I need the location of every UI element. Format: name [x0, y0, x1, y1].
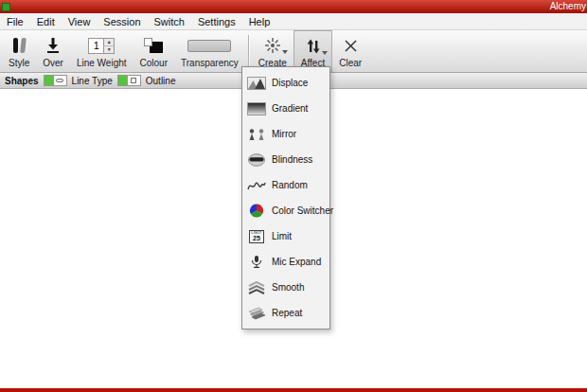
style-button[interactable]: Style: [2, 30, 36, 72]
gradient-icon: [247, 101, 266, 116]
line-shape-icon: [54, 76, 66, 85]
toggle-on-indicator: [118, 76, 128, 85]
toolbar-separator: [248, 35, 249, 67]
line-weight-down-button[interactable]: ▼: [104, 46, 114, 53]
menu-help[interactable]: Help: [242, 13, 277, 29]
create-sun-icon: [264, 36, 281, 55]
style-bars-icon: [13, 36, 26, 55]
affect-menu-item-color-switcher[interactable]: Color Switcher: [242, 198, 329, 223]
line-weight-spinner[interactable]: 1 ▲ ▼: [88, 38, 115, 54]
menu-item-label: Random: [272, 180, 308, 190]
affect-menu-item-blindness[interactable]: Blindness: [242, 147, 329, 172]
outline-label: Outline: [146, 76, 176, 86]
menu-session[interactable]: Session: [97, 13, 147, 29]
smooth-icon: [247, 280, 266, 294]
menu-item-label: Blindness: [272, 154, 312, 165]
menu-item-label: Mic Expand: [272, 257, 321, 267]
create-dropdown-arrow-icon: [282, 50, 288, 54]
title-bar: Alchemy: [0, 0, 587, 13]
toggle-on-indicator: [44, 76, 54, 85]
clear-button[interactable]: Clear: [332, 30, 368, 72]
style-label: Style: [9, 58, 29, 68]
colour-swatch-icon: [144, 36, 163, 55]
affect-arrows-icon: [306, 37, 321, 56]
affect-menu-item-mirror[interactable]: Mirror: [242, 121, 329, 147]
displace-icon: [247, 76, 266, 90]
affect-menu-item-random[interactable]: Random: [242, 172, 329, 198]
affect-menu-item-limit[interactable]: LIMIT 25 Limit: [242, 223, 329, 249]
affect-menu-item-displace[interactable]: Displace: [242, 70, 329, 96]
colour-button[interactable]: Colour: [133, 30, 174, 72]
limit-icon: LIMIT 25: [247, 229, 266, 243]
affect-menu-item-smooth[interactable]: Smooth: [242, 275, 329, 300]
line-weight-label: Line Weight: [77, 58, 127, 68]
clear-x-icon: [344, 36, 358, 55]
menu-settings[interactable]: Settings: [191, 13, 242, 29]
clear-label: Clear: [339, 58, 362, 68]
alchemy-window: Alchemy File Edit View Session Switch Se…: [0, 0, 587, 392]
shapes-toggle[interactable]: [44, 75, 67, 86]
affect-menu-item-gradient[interactable]: Gradient: [242, 96, 329, 121]
menu-switch[interactable]: Switch: [148, 13, 191, 29]
color-switcher-icon: [247, 204, 266, 218]
transparency-control[interactable]: Transparency: [174, 30, 245, 72]
menu-bar: File Edit View Session Switch Settings H…: [0, 13, 587, 30]
menu-item-label: Displace: [272, 78, 308, 88]
mirror-icon: [247, 127, 266, 141]
blindness-icon: [247, 152, 266, 167]
menu-file[interactable]: File: [0, 13, 30, 29]
transparency-bar-icon: [187, 36, 231, 55]
outline-toggle[interactable]: [117, 75, 141, 86]
menu-edit[interactable]: Edit: [30, 13, 62, 29]
square-shape-icon: [128, 76, 140, 85]
line-type-label: Line Type: [72, 76, 113, 86]
menu-item-label: Limit: [272, 231, 292, 241]
line-weight-control: 1 ▲ ▼ Line Weight: [70, 30, 133, 72]
repeat-icon: [247, 306, 266, 320]
app-icon: [2, 3, 10, 11]
affect-dropdown-menu: Displace Gradient: [241, 66, 330, 330]
menu-item-label: Color Switcher: [272, 205, 333, 216]
affect-menu-item-mic-expand[interactable]: Mic Expand: [242, 249, 329, 275]
menu-item-label: Mirror: [272, 129, 296, 139]
over-arrow-icon: [45, 36, 61, 55]
line-weight-value[interactable]: 1: [89, 39, 103, 53]
limit-icon-number: 25: [253, 235, 260, 241]
colour-label: Colour: [140, 58, 168, 68]
random-icon: [247, 178, 266, 192]
transparency-label: Transparency: [181, 58, 239, 68]
line-weight-up-button[interactable]: ▲: [104, 39, 114, 46]
window-border-bottom: [0, 388, 587, 392]
affect-menu-item-repeat[interactable]: Repeat: [242, 300, 329, 326]
menu-item-label: Smooth: [272, 282, 304, 293]
window-title: Alchemy: [550, 0, 587, 13]
menu-view[interactable]: View: [62, 13, 98, 29]
over-button[interactable]: Over: [36, 30, 70, 72]
menu-item-label: Gradient: [272, 103, 308, 114]
mic-expand-icon: [247, 255, 266, 269]
affect-dropdown-arrow-icon: [322, 51, 328, 55]
over-label: Over: [43, 58, 63, 68]
shapes-label: Shapes: [5, 76, 39, 86]
menu-item-label: Repeat: [272, 308, 302, 318]
